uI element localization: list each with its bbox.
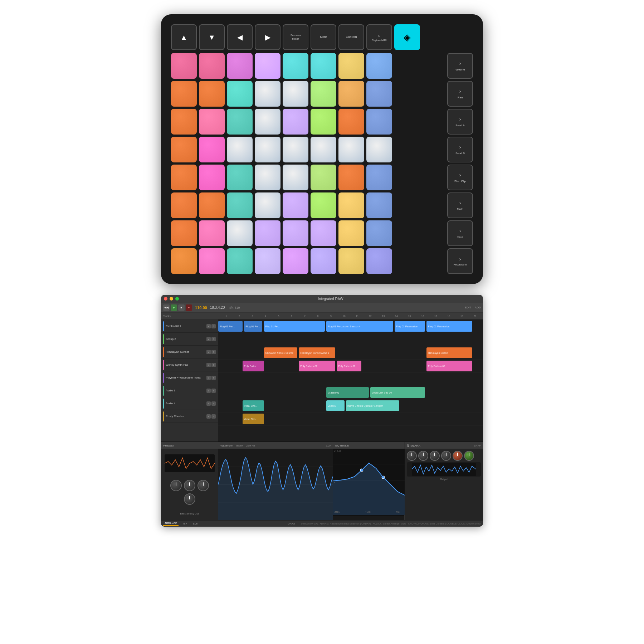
pad-r0-c0[interactable] [171,53,197,79]
arrangement-view[interactable]: 1234567891011121314151617181920 Plug 01 … [218,313,483,441]
stop-button[interactable]: ■ [178,304,185,311]
pad-r4-c1[interactable] [199,165,225,190]
pad-r4-c3[interactable] [255,165,280,190]
pad-r1-c2[interactable] [227,81,253,107]
track-solo-7[interactable]: S [211,414,216,419]
pad-r5-c4[interactable] [283,192,308,218]
nav-down-button[interactable]: ▼ [199,24,225,50]
pad-r5-c1[interactable] [199,192,225,218]
pad-r7-c3[interactable] [255,248,280,274]
clip-0-1[interactable]: Plug 01 Per... [244,321,262,332]
clip-6-0[interactable]: Vocal Cho... [243,400,264,411]
pad-r4-c0[interactable] [171,165,197,190]
pad-r7-c4[interactable] [283,248,308,274]
mode-session-button[interactable]: SessionMixer [283,24,308,50]
track-mute-1[interactable]: M [206,337,211,341]
pad-r3-c0[interactable] [171,137,197,162]
nav-left-button[interactable]: ◀ [227,24,253,50]
right-btn-send-b[interactable]: › Send B [447,137,473,162]
track-solo-0[interactable]: S [211,324,216,328]
track-solo-5[interactable]: S [211,389,216,393]
close-button[interactable] [164,297,167,301]
pad-r1-c6[interactable] [338,81,364,107]
clip-2-2[interactable]: Himalayan Sunset [426,347,472,358]
pad-r7-c7[interactable] [366,248,392,274]
clip-3-3[interactable]: Poly Pattern 02 [426,361,472,371]
clip-2-0[interactable]: Gb Sweet Atmo 1 Source [264,347,298,358]
pad-r0-c6[interactable] [338,53,364,79]
pad-r3-c2[interactable] [227,137,253,162]
right-btn-stop-clip[interactable]: › Stop Clip [447,165,473,190]
pad-r2-c3[interactable] [255,109,280,135]
pad-r6-c1[interactable] [199,220,225,246]
track-mute-6[interactable]: M [206,401,211,406]
clip-0-5[interactable]: Plug 01 Percussive [426,321,472,332]
pad-r7-c6[interactable] [338,248,364,274]
mode-capture-button[interactable]: ○ Capture MIDI [366,24,392,50]
pad-r1-c4[interactable] [283,81,308,107]
pad-r3-c5[interactable] [311,137,336,162]
pad-r7-c0[interactable] [171,248,197,274]
pad-r4-c4[interactable] [283,165,308,190]
pad-r6-c3[interactable] [255,220,280,246]
clips-area[interactable]: Plug 01 Per...Plug 01 Per...Plug 01 Per.… [218,320,483,441]
pad-r0-c2[interactable] [227,53,253,79]
record-button[interactable]: ● [186,304,192,311]
right-btn-record-arm[interactable]: › record-arm Record Arm [447,248,473,274]
pad-r4-c7[interactable] [366,165,392,190]
track-item-0[interactable]: Electro Kit 1 M S [161,320,218,333]
nav-up-button[interactable]: ▲ [171,24,197,50]
maximize-button[interactable] [175,297,179,301]
track-mute-0[interactable]: M [206,324,211,328]
right-btn-mute[interactable]: › Mute [447,192,473,218]
clip-3-2[interactable]: Poly Pattern 02 [337,361,361,371]
pad-r6-c2[interactable] [227,220,253,246]
pad-r6-c5[interactable] [311,220,336,246]
right-btn-volume[interactable]: › Volume [447,53,473,79]
plugin-knob-2[interactable] [418,451,428,461]
right-btn-solo[interactable]: › Solo [447,220,473,246]
pad-r6-c7[interactable] [366,220,392,246]
pad-r2-c0[interactable] [171,109,197,135]
pad-r2-c7[interactable] [366,109,392,135]
pad-r4-c5[interactable] [311,165,336,190]
pad-r5-c2[interactable] [227,192,253,218]
clip-6-1[interactable]: Vocal D [326,400,345,411]
pad-r5-c3[interactable] [255,192,280,218]
pad-r2-c2[interactable] [227,109,253,135]
track-mute-4[interactable]: M [206,376,211,380]
pad-r2-c4[interactable] [283,109,308,135]
clip-5-1[interactable]: Vocal Drift Bed 00 [370,387,425,398]
track-mute-5[interactable]: M [206,389,211,393]
mode-custom-button[interactable]: Custom [338,24,364,50]
clip-3-1[interactable]: Poly Pattern 02 [299,361,335,371]
pad-r1-c1[interactable] [199,81,225,107]
pad-r4-c6[interactable] [338,165,364,190]
clip-3-0[interactable]: Poly Patter... [243,361,264,371]
track-mute-2[interactable]: M [206,350,211,354]
knob-1[interactable] [170,480,182,491]
nav-right-button[interactable]: ▶ [255,24,280,50]
pad-r2-c1[interactable] [199,109,225,135]
plugin-knob-3[interactable] [430,451,440,461]
pad-r0-c5[interactable] [311,53,336,79]
clip-0-3[interactable]: Plug 01 Percussion Season 4 [326,321,393,332]
tab-edit[interactable]: EDIT [191,522,200,526]
pad-r1-c7[interactable] [366,81,392,107]
pad-r5-c0[interactable] [171,192,197,218]
pad-r5-c6[interactable] [338,192,364,218]
track-item-5[interactable]: Audio 3 M S [161,384,218,397]
pad-r7-c5[interactable] [311,248,336,274]
track-item-1[interactable]: Group 2 M S [161,333,218,346]
track-mute-7[interactable]: M [206,414,211,419]
tab-arrange[interactable]: ARRANGE [163,521,179,526]
track-item-7[interactable]: Rusty Rhodas M S [161,410,218,423]
pad-r0-c3[interactable] [255,53,280,79]
pad-r7-c1[interactable] [199,248,225,274]
pad-r6-c0[interactable] [171,220,197,246]
pad-r0-c4[interactable] [283,53,308,79]
pad-r3-c4[interactable] [283,137,308,162]
pad-r5-c5[interactable] [311,192,336,218]
pad-r6-c4[interactable] [283,220,308,246]
pad-r3-c3[interactable] [255,137,280,162]
